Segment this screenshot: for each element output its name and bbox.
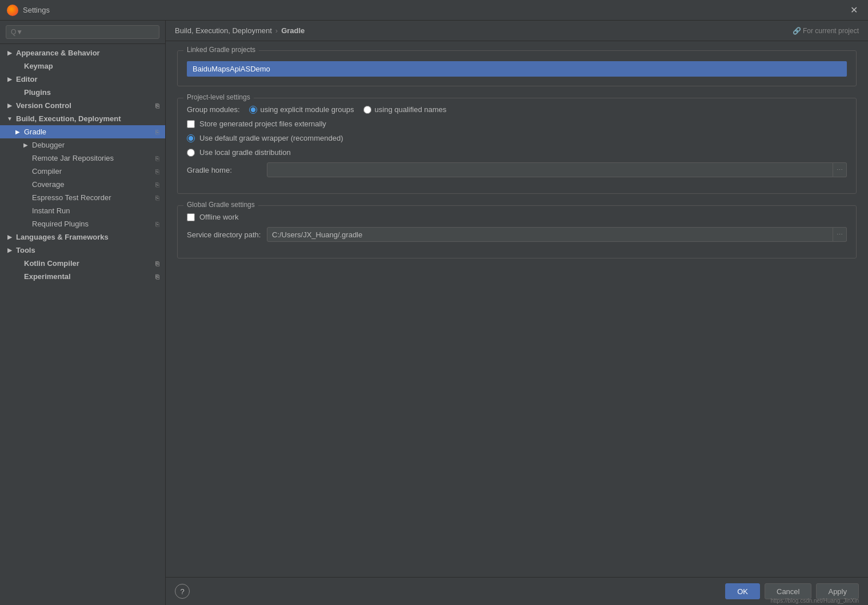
sidebar-item-languages[interactable]: ▶ Languages & Frameworks (0, 230, 165, 244)
arrow-icon-appearance: ▶ (6, 49, 14, 57)
arrow-icon-keymap (14, 62, 22, 70)
arrow-icon-vc: ▶ (6, 102, 14, 110)
linked-projects-section: Linked Gradle projects BaiduMapsApiASDem… (177, 50, 857, 86)
project-level-label: Project-level settings (183, 93, 254, 101)
arrow-icon-instant-run (22, 207, 30, 215)
linked-projects-label: Linked Gradle projects (183, 46, 259, 54)
default-wrapper-row[interactable]: Use default gradle wrapper (recommended) (187, 134, 847, 142)
project-level-section: Project-level settings Group modules: us… (177, 98, 857, 194)
sidebar-item-kotlin-compiler[interactable]: Kotlin Compiler ⎘ (0, 257, 165, 270)
sidebar-item-remote-jar[interactable]: Remote Jar Repositories ⎘ (0, 152, 165, 165)
sidebar-item-compiler[interactable]: Compiler ⎘ (0, 165, 165, 178)
group-modules-label: Group modules: (187, 105, 240, 114)
store-files-label: Store generated project files externally (199, 120, 326, 128)
apply-button[interactable]: Apply (816, 583, 859, 599)
arrow-icon-languages: ▶ (6, 233, 14, 241)
arrow-icon-editor: ▶ (6, 75, 14, 83)
radio-explicit-input[interactable] (249, 106, 257, 114)
gradle-home-row: Gradle home: ⋯ (187, 162, 847, 177)
cancel-button[interactable]: Cancel (765, 583, 811, 599)
sidebar-item-appearance[interactable]: ▶ Appearance & Behavior (0, 46, 165, 59)
sidebar-item-keymap[interactable]: Keymap (0, 59, 165, 73)
bottom-bar: ? OK Cancel Apply https://blog.csdn.net/… (166, 577, 868, 605)
arrow-icon-experimental (14, 273, 22, 281)
store-files-checkbox[interactable] (187, 120, 195, 128)
offline-work-label: Offline work (199, 213, 238, 221)
service-dir-browse-button[interactable]: ⋯ (833, 227, 847, 242)
sidebar-item-debugger[interactable]: ▶ Debugger (0, 138, 165, 152)
sidebar-item-required-plugins[interactable]: Required Plugins ⎘ (0, 217, 165, 230)
default-wrapper-radio[interactable] (187, 134, 195, 142)
settings-content: Linked Gradle projects BaiduMapsApiASDem… (166, 41, 868, 577)
service-dir-label: Service directory path: (187, 230, 261, 239)
local-dist-radio[interactable] (187, 149, 195, 157)
group-modules-radios: using explicit module groups using quali… (249, 105, 447, 114)
breadcrumb-parent: Build, Execution, Deployment (175, 26, 272, 35)
global-gradle-label: Global Gradle settings (183, 201, 258, 209)
sidebar-item-build[interactable]: ▼ Build, Execution, Deployment (0, 112, 165, 125)
breadcrumb-separator: › (275, 26, 278, 35)
breadcrumb-current: Gradle (281, 26, 305, 35)
copy-icon-vc: ⎘ (155, 102, 159, 109)
sidebar-item-instant-run[interactable]: Instant Run (0, 204, 165, 217)
copy-icon-experimental: ⎘ (155, 273, 159, 280)
radio-qualified-input[interactable] (363, 106, 371, 114)
radio-qualified-label: using qualified names (375, 105, 447, 114)
close-button[interactable]: ✕ (847, 5, 861, 16)
app-icon (7, 5, 18, 16)
service-dir-row: Service directory path: ⋯ (187, 227, 847, 242)
arrow-icon-espresso (22, 194, 30, 202)
sidebar-item-experimental[interactable]: Experimental ⎘ (0, 270, 165, 283)
service-dir-input[interactable] (267, 227, 833, 242)
sidebar-item-tools[interactable]: ▶ Tools (0, 244, 165, 257)
sidebar-item-editor[interactable]: ▶ Editor (0, 73, 165, 86)
arrow-icon-build: ▼ (6, 115, 14, 123)
group-modules-row: Group modules: using explicit module gro… (187, 105, 847, 114)
copy-icon-espresso: ⎘ (155, 194, 159, 201)
arrow-icon-coverage (22, 181, 30, 189)
radio-explicit-option[interactable]: using explicit module groups (249, 105, 354, 114)
service-dir-input-group: ⋯ (267, 227, 847, 242)
copy-icon-coverage: ⎘ (155, 181, 159, 188)
arrow-icon-required-plugins (22, 220, 30, 228)
linked-project-item[interactable]: BaiduMapsApiASDemo (187, 61, 847, 77)
copy-icon-remote-jar: ⎘ (155, 155, 159, 162)
global-gradle-section: Global Gradle settings Offline work Serv… (177, 205, 857, 258)
gradle-home-input-group: ⋯ (267, 162, 847, 177)
offline-work-row[interactable]: Offline work (187, 213, 847, 221)
breadcrumb: Build, Execution, Deployment › Gradle 🔗 … (166, 21, 868, 41)
sidebar-item-plugins[interactable]: Plugins (0, 86, 165, 99)
arrow-icon-gradle: ▶ (14, 128, 22, 136)
for-current-project-label: 🔗 For current project (793, 27, 859, 35)
copy-icon-required-plugins: ⎘ (155, 221, 159, 228)
sidebar-item-gradle[interactable]: ▶ Gradle ⎘ (0, 125, 165, 138)
sidebar-tree: ▶ Appearance & Behavior Keymap ▶ Editor … (0, 44, 165, 605)
store-files-row[interactable]: Store generated project files externally (187, 120, 847, 128)
search-bar (0, 21, 165, 44)
local-dist-row[interactable]: Use local gradle distribution (187, 148, 847, 157)
radio-qualified-option[interactable]: using qualified names (363, 105, 447, 114)
search-input[interactable] (6, 25, 159, 39)
copy-icon-compiler: ⎘ (155, 168, 159, 175)
sidebar-item-coverage[interactable]: Coverage ⎘ (0, 178, 165, 191)
window-title: Settings (23, 6, 50, 14)
local-dist-label: Use local gradle distribution (199, 148, 291, 157)
gradle-home-browse-button[interactable]: ⋯ (833, 162, 847, 177)
title-bar-left: Settings (7, 5, 50, 16)
gradle-home-input[interactable] (267, 162, 833, 177)
copy-icon-kotlin: ⎘ (155, 260, 159, 267)
sidebar-item-version-control[interactable]: ▶ Version Control ⎘ (0, 99, 165, 112)
title-bar: Settings ✕ (0, 0, 868, 21)
ok-button[interactable]: OK (725, 583, 760, 599)
offline-work-checkbox[interactable] (187, 213, 195, 221)
copy-icon-gradle: ⎘ (155, 129, 159, 136)
footer-url: https://blog.csdn.net/Huang_JinXin (770, 598, 859, 604)
sidebar: ▶ Appearance & Behavior Keymap ▶ Editor … (0, 21, 166, 605)
arrow-icon-compiler (22, 168, 30, 176)
arrow-icon-tools: ▶ (6, 246, 14, 254)
sidebar-item-espresso[interactable]: Espresso Test Recorder ⎘ (0, 191, 165, 204)
radio-explicit-label: using explicit module groups (261, 105, 354, 114)
arrow-icon-plugins (14, 89, 22, 97)
default-wrapper-label: Use default gradle wrapper (recommended) (199, 134, 343, 142)
help-button[interactable]: ? (175, 584, 190, 599)
